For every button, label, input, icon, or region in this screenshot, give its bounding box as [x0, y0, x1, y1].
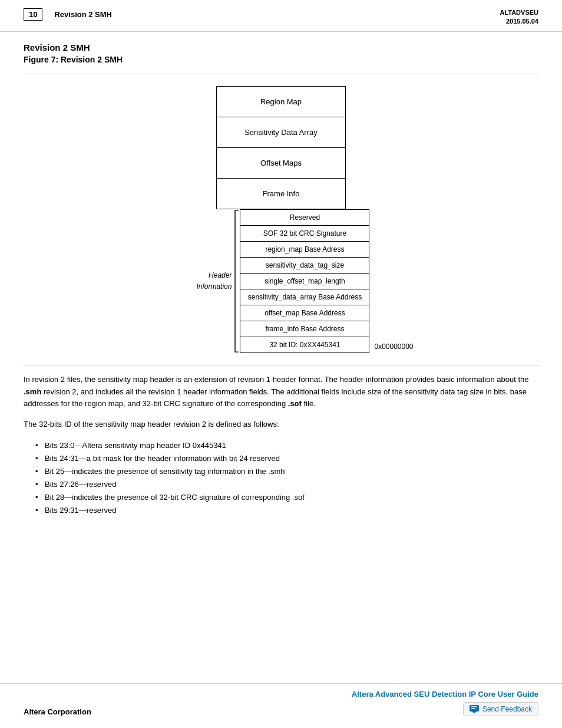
figure-title: Figure 7: Revision 2 SMH [24, 55, 538, 64]
bullet-list: Bits 23:0—Altera sensitivity map header … [35, 439, 538, 518]
sub-block-frame-info-base: frame_info Base Address [240, 321, 369, 337]
sub-block-region-map-base: region_map Base Adress [240, 241, 369, 257]
bullet-item-2: Bits 24:31—a bit mask for the header inf… [35, 452, 538, 465]
send-feedback-button[interactable]: Send Feedback [463, 702, 538, 716]
body-paragraph-2: The 32-bits ID of the sensitivity map he… [24, 419, 538, 431]
sub-block-sensitivity-array-base: sensitivity_data_array Base Address [240, 289, 369, 305]
sub-area: Header Information Reserved SOF 32 bit C… [148, 209, 413, 353]
footer-company: Altera Corporation [24, 707, 91, 716]
top-blocks: Region Map Sensitivity Data Array Offset… [216, 86, 346, 209]
bullet-item-5: Bit 28—indicates the presence of 32-bit … [35, 491, 538, 504]
bullet-item-1: Bits 23:0—Altera sensitivity map header … [35, 439, 538, 452]
sub-block-single-offset-length: single_offset_map_length [240, 273, 369, 289]
sub-block-offset-map-base: offset_map Base Address [240, 305, 369, 321]
sub-block-reserved: Reserved [240, 209, 369, 225]
divider [24, 365, 538, 365]
page-footer: Altera Corporation Altera Advanced SEU D… [0, 683, 562, 716]
doc-link[interactable]: Altera Advanced SEU Detection IP Core Us… [352, 690, 538, 699]
body-paragraph-1: In revision 2 files, the sensitivity map… [24, 374, 538, 410]
page-number: 10 [24, 8, 42, 21]
sub-blocks: Reserved SOF 32 bit CRC Signature region… [240, 209, 369, 353]
header-left: 10 Revision 2 SMH [24, 8, 112, 21]
header-label-col: Header Information [148, 209, 240, 353]
bullet-item-4: Bits 27:26—reserved [35, 478, 538, 491]
doc-id: ALTADVSEU [500, 8, 538, 17]
block-region-map: Region Map [217, 87, 345, 117]
sub-block-32bit-id: 32 bit ID: 0xXX445341 [240, 337, 369, 353]
header-right: ALTADVSEU 2015.05.04 [500, 8, 538, 27]
main-content: Revision 2 SMH Figure 7: Revision 2 SMH … [0, 32, 562, 538]
doc-date: 2015.05.04 [500, 17, 538, 26]
feedback-label: Send Feedback [482, 705, 532, 713]
block-sensitivity-data-array: Sensitivity Data Array [217, 117, 345, 148]
block-offset-maps: Offset Maps [217, 148, 345, 179]
svg-marker-1 [472, 711, 477, 713]
header-label: Header Information [196, 270, 240, 292]
feedback-icon [470, 705, 479, 713]
bullet-item-6: Bits 29:31—reserved [35, 504, 538, 517]
page-header: 10 Revision 2 SMH ALTADVSEU 2015.05.04 [0, 0, 562, 32]
diagram-container: Region Map Sensitivity Data Array Offset… [24, 74, 538, 353]
section-title: Revision 2 SMH [24, 42, 538, 52]
sub-block-sensitivity-tag-size: sensitivity_data_tag_size [240, 257, 369, 273]
header-section-title: Revision 2 SMH [54, 10, 112, 19]
footer-right: Altera Advanced SEU Detection IP Core Us… [352, 690, 538, 716]
address-label: 0x00000000 [369, 209, 413, 353]
bullet-item-3: Bit 25—indicates the presence of sensiti… [35, 465, 538, 478]
sub-block-sof-crc: SOF 32 bit CRC Signature [240, 225, 369, 241]
block-frame-info: Frame Info [217, 179, 345, 209]
